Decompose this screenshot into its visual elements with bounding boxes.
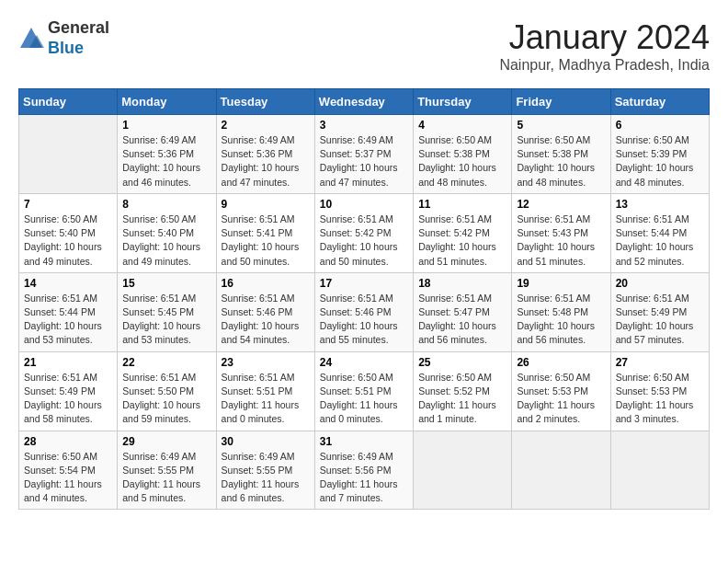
day-info: Sunrise: 6:51 AM Sunset: 5:49 PM Dayligh… xyxy=(24,371,112,427)
day-number: 15 xyxy=(122,277,210,290)
day-info: Sunrise: 6:50 AM Sunset: 5:53 PM Dayligh… xyxy=(517,371,605,427)
day-cell xyxy=(414,431,512,510)
day-info: Sunrise: 6:50 AM Sunset: 5:53 PM Dayligh… xyxy=(616,371,704,427)
day-number: 22 xyxy=(122,356,210,369)
day-info: Sunrise: 6:50 AM Sunset: 5:40 PM Dayligh… xyxy=(122,213,210,269)
day-cell: 31Sunrise: 6:49 AM Sunset: 5:56 PM Dayli… xyxy=(314,431,413,510)
day-cell: 5Sunrise: 6:50 AM Sunset: 5:38 PM Daylig… xyxy=(512,115,610,194)
column-header-wednesday: Wednesday xyxy=(314,89,413,115)
day-cell: 3Sunrise: 6:49 AM Sunset: 5:37 PM Daylig… xyxy=(314,115,413,194)
logo-icon xyxy=(18,26,44,52)
day-cell: 26Sunrise: 6:50 AM Sunset: 5:53 PM Dayli… xyxy=(512,351,610,431)
day-number: 11 xyxy=(418,198,506,211)
column-header-friday: Friday xyxy=(512,89,610,115)
day-cell: 9Sunrise: 6:51 AM Sunset: 5:41 PM Daylig… xyxy=(216,193,314,272)
week-row-5: 28Sunrise: 6:50 AM Sunset: 5:54 PM Dayli… xyxy=(19,431,710,510)
page-header: General Blue January 2024 Nainpur, Madhy… xyxy=(18,18,710,74)
day-cell: 19Sunrise: 6:51 AM Sunset: 5:48 PM Dayli… xyxy=(512,272,610,351)
day-cell: 18Sunrise: 6:51 AM Sunset: 5:47 PM Dayli… xyxy=(414,272,512,351)
day-cell: 6Sunrise: 6:50 AM Sunset: 5:39 PM Daylig… xyxy=(610,115,709,194)
day-number: 7 xyxy=(24,198,112,211)
day-info: Sunrise: 6:51 AM Sunset: 5:50 PM Dayligh… xyxy=(122,371,210,427)
day-info: Sunrise: 6:51 AM Sunset: 5:46 PM Dayligh… xyxy=(320,292,408,348)
day-info: Sunrise: 6:50 AM Sunset: 5:38 PM Dayligh… xyxy=(418,133,506,190)
calendar-body: 1Sunrise: 6:49 AM Sunset: 5:36 PM Daylig… xyxy=(19,115,710,510)
day-cell: 7Sunrise: 6:50 AM Sunset: 5:40 PM Daylig… xyxy=(19,193,118,272)
calendar-header-row: SundayMondayTuesdayWednesdayThursdayFrid… xyxy=(19,89,710,115)
day-info: Sunrise: 6:49 AM Sunset: 5:55 PM Dayligh… xyxy=(222,450,310,506)
day-number: 18 xyxy=(418,277,506,290)
day-number: 29 xyxy=(122,435,210,448)
day-number: 5 xyxy=(517,119,605,132)
logo-text: General Blue xyxy=(48,18,109,58)
day-cell: 8Sunrise: 6:50 AM Sunset: 5:40 PM Daylig… xyxy=(118,193,216,272)
title-block: January 2024 Nainpur, Madhya Pradesh, In… xyxy=(499,18,710,74)
day-info: Sunrise: 6:49 AM Sunset: 5:36 PM Dayligh… xyxy=(122,133,210,190)
day-number: 9 xyxy=(222,198,310,211)
calendar-table: SundayMondayTuesdayWednesdayThursdayFrid… xyxy=(18,88,710,510)
day-number: 10 xyxy=(320,198,408,211)
day-cell: 15Sunrise: 6:51 AM Sunset: 5:45 PM Dayli… xyxy=(118,272,216,351)
day-cell: 16Sunrise: 6:51 AM Sunset: 5:46 PM Dayli… xyxy=(216,272,314,351)
location: Nainpur, Madhya Pradesh, India xyxy=(499,57,710,74)
day-number: 19 xyxy=(517,277,605,290)
day-info: Sunrise: 6:50 AM Sunset: 5:52 PM Dayligh… xyxy=(418,371,506,427)
day-cell xyxy=(19,115,118,194)
day-info: Sunrise: 6:50 AM Sunset: 5:38 PM Dayligh… xyxy=(517,133,605,190)
week-row-4: 21Sunrise: 6:51 AM Sunset: 5:49 PM Dayli… xyxy=(19,351,710,431)
day-cell: 25Sunrise: 6:50 AM Sunset: 5:52 PM Dayli… xyxy=(414,351,512,431)
week-row-2: 7Sunrise: 6:50 AM Sunset: 5:40 PM Daylig… xyxy=(19,193,710,272)
day-cell: 12Sunrise: 6:51 AM Sunset: 5:43 PM Dayli… xyxy=(512,193,610,272)
day-number: 13 xyxy=(616,198,704,211)
day-info: Sunrise: 6:51 AM Sunset: 5:43 PM Dayligh… xyxy=(517,213,605,269)
day-info: Sunrise: 6:49 AM Sunset: 5:36 PM Dayligh… xyxy=(222,133,310,190)
day-number: 31 xyxy=(320,435,408,448)
column-header-thursday: Thursday xyxy=(414,89,512,115)
day-number: 8 xyxy=(122,198,210,211)
day-info: Sunrise: 6:51 AM Sunset: 5:44 PM Dayligh… xyxy=(24,292,112,348)
day-number: 12 xyxy=(517,198,605,211)
day-cell: 17Sunrise: 6:51 AM Sunset: 5:46 PM Dayli… xyxy=(314,272,413,351)
day-info: Sunrise: 6:51 AM Sunset: 5:45 PM Dayligh… xyxy=(122,292,210,348)
day-cell: 30Sunrise: 6:49 AM Sunset: 5:55 PM Dayli… xyxy=(216,431,314,510)
day-cell: 10Sunrise: 6:51 AM Sunset: 5:42 PM Dayli… xyxy=(314,193,413,272)
day-number: 27 xyxy=(616,356,704,369)
day-cell: 14Sunrise: 6:51 AM Sunset: 5:44 PM Dayli… xyxy=(19,272,118,351)
day-cell: 1Sunrise: 6:49 AM Sunset: 5:36 PM Daylig… xyxy=(118,115,216,194)
day-number: 16 xyxy=(222,277,310,290)
week-row-3: 14Sunrise: 6:51 AM Sunset: 5:44 PM Dayli… xyxy=(19,272,710,351)
day-info: Sunrise: 6:51 AM Sunset: 5:42 PM Dayligh… xyxy=(320,213,408,269)
day-info: Sunrise: 6:49 AM Sunset: 5:37 PM Dayligh… xyxy=(320,133,408,190)
day-number: 6 xyxy=(616,119,704,132)
day-cell: 27Sunrise: 6:50 AM Sunset: 5:53 PM Dayli… xyxy=(610,351,709,431)
column-header-saturday: Saturday xyxy=(610,89,709,115)
logo: General Blue xyxy=(18,18,109,58)
day-number: 3 xyxy=(320,119,408,132)
day-number: 21 xyxy=(24,356,112,369)
day-info: Sunrise: 6:49 AM Sunset: 5:56 PM Dayligh… xyxy=(320,450,408,506)
day-number: 4 xyxy=(418,119,506,132)
day-cell: 29Sunrise: 6:49 AM Sunset: 5:55 PM Dayli… xyxy=(118,431,216,510)
day-number: 1 xyxy=(122,119,210,132)
day-number: 2 xyxy=(222,119,310,132)
day-info: Sunrise: 6:50 AM Sunset: 5:54 PM Dayligh… xyxy=(24,450,112,506)
day-info: Sunrise: 6:50 AM Sunset: 5:39 PM Dayligh… xyxy=(616,133,704,190)
day-cell: 28Sunrise: 6:50 AM Sunset: 5:54 PM Dayli… xyxy=(19,431,118,510)
column-header-sunday: Sunday xyxy=(19,89,118,115)
day-info: Sunrise: 6:51 AM Sunset: 5:44 PM Dayligh… xyxy=(616,213,704,269)
column-header-monday: Monday xyxy=(118,89,216,115)
day-cell: 23Sunrise: 6:51 AM Sunset: 5:51 PM Dayli… xyxy=(216,351,314,431)
day-number: 28 xyxy=(24,435,112,448)
day-number: 25 xyxy=(418,356,506,369)
column-header-tuesday: Tuesday xyxy=(216,89,314,115)
day-cell xyxy=(610,431,709,510)
day-cell: 24Sunrise: 6:50 AM Sunset: 5:51 PM Dayli… xyxy=(314,351,413,431)
day-cell: 4Sunrise: 6:50 AM Sunset: 5:38 PM Daylig… xyxy=(414,115,512,194)
day-info: Sunrise: 6:51 AM Sunset: 5:46 PM Dayligh… xyxy=(222,292,310,348)
day-number: 17 xyxy=(320,277,408,290)
day-cell: 13Sunrise: 6:51 AM Sunset: 5:44 PM Dayli… xyxy=(610,193,709,272)
day-info: Sunrise: 6:51 AM Sunset: 5:47 PM Dayligh… xyxy=(418,292,506,348)
day-number: 26 xyxy=(517,356,605,369)
day-info: Sunrise: 6:51 AM Sunset: 5:42 PM Dayligh… xyxy=(418,213,506,269)
day-info: Sunrise: 6:51 AM Sunset: 5:51 PM Dayligh… xyxy=(222,371,310,427)
